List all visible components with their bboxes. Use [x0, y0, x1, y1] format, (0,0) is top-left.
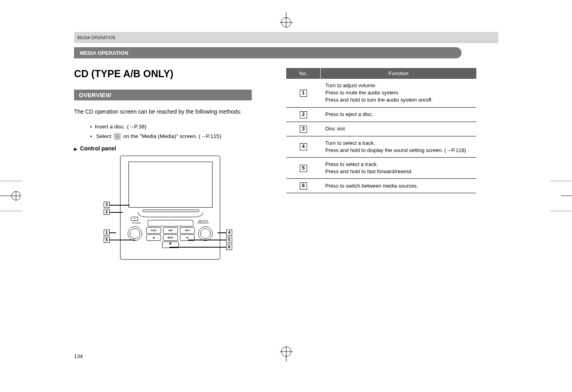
callout-3: 3	[104, 202, 110, 208]
row-func-6: Press to switch between media sources.	[321, 179, 477, 193]
table-row: 1 Turn to adjust volume. Press to mute t…	[286, 79, 476, 107]
callout-4-line	[218, 232, 227, 233]
head-unit-screen	[128, 162, 213, 208]
cd-icon	[114, 133, 121, 140]
bullet-select-cd: Select on the "Media (Media)" screen. (→…	[90, 132, 262, 141]
row-num-3: 3	[300, 126, 307, 133]
callout-5l-line	[110, 240, 135, 240]
left-column: CD (TYPE A/B ONLY) OVERVIEW The CD opera…	[74, 68, 262, 268]
disc-slot	[142, 210, 199, 212]
running-header-text: MEDIA OPERATION	[77, 36, 115, 40]
row-num-4: 4	[300, 143, 307, 150]
th-no: No.	[286, 68, 321, 79]
volume-knob-label: ᴓ/VOLUME	[132, 222, 140, 224]
eject-button-icon: ▲	[131, 217, 138, 221]
crop-mark-top	[270, 12, 302, 28]
bullet-select-pre: Select	[96, 133, 112, 139]
callout-2: 2	[104, 209, 110, 215]
page-title: CD (TYPE A/B ONLY)	[74, 68, 262, 80]
media-button: MEDIA	[163, 234, 178, 241]
button-row-1: ⌂	[146, 220, 195, 226]
page-number: 134	[74, 353, 83, 359]
callout-5r-line	[188, 240, 227, 240]
row-func-3: Disc slot	[321, 122, 477, 136]
svg-point-18	[116, 136, 118, 137]
callout-1-line	[110, 232, 116, 233]
control-panel-diagram: ▲ ᴓ/VOLUME SEEK/TRCKTUNE/SCROLL ⌂ RADIO …	[102, 156, 234, 268]
home-button: ⌂	[148, 220, 193, 226]
table-row: 2 Press to eject a disc.	[286, 107, 476, 122]
callout-5-right: 5	[226, 237, 232, 243]
bullet-list: Insert a disc. (→P.38) Select on the "Me…	[74, 122, 262, 142]
callout-4: 4	[226, 230, 232, 236]
row-num-1: 1	[300, 90, 307, 97]
row-func-4: Turn to select a track. Press and hold t…	[321, 136, 477, 157]
bullet-select-post: on the "Media (Media)" screen. (→P.115)	[123, 133, 221, 139]
radio-button: RADIO	[147, 227, 161, 234]
crop-mark-left	[0, 181, 22, 211]
apps-button: APPS	[180, 227, 195, 234]
th-function: Function	[321, 68, 477, 79]
row-func-1: Turn to adjust volume. Press to mute the…	[321, 79, 477, 107]
row-func-5: Press to select a track. Press and hold …	[321, 157, 477, 178]
right-column: No. Function 1 Turn to adjust volume. Pr…	[286, 68, 474, 268]
callout-2-line	[110, 212, 123, 212]
disc-slot-surround	[138, 212, 203, 217]
bullet-insert-disc: Insert a disc. (→P.38)	[90, 122, 262, 132]
callout-6: 6	[226, 244, 232, 250]
callout-6-line	[169, 247, 227, 247]
row-num-6: 6	[300, 182, 307, 190]
overview-subhead: OVERVIEW	[74, 90, 252, 100]
section-heading: MEDIA OPERATION	[74, 47, 462, 58]
table-row: 6 Press to switch between media sources.	[286, 179, 476, 193]
head-unit: ▲ ᴓ/VOLUME SEEK/TRCKTUNE/SCROLL ⌂ RADIO …	[120, 156, 220, 260]
control-panel-label-text: Control panel	[80, 145, 116, 152]
row-num-2: 2	[300, 111, 307, 118]
function-table: No. Function 1 Turn to adjust volume. Pr…	[286, 68, 476, 193]
button-row-2: RADIO MAP APPS	[146, 227, 195, 234]
table-row: 5 Press to select a track. Press and hol…	[286, 157, 476, 178]
intro-paragraph: The CD operation screen can be reached b…	[74, 108, 262, 116]
table-header-row: No. Function	[286, 68, 476, 79]
control-panel-label: Control panel	[74, 145, 262, 152]
running-header: MEDIA OPERATION	[74, 32, 498, 43]
overview-subhead-text: OVERVIEW	[79, 92, 111, 98]
row-func-2: Press to eject a disc.	[321, 107, 477, 122]
callout-5-left: 5	[104, 237, 110, 243]
callout-3-line	[110, 205, 130, 205]
tune-knob	[198, 226, 213, 241]
callout-1: 1	[104, 230, 110, 236]
row-num-5: 5	[300, 165, 307, 172]
map-button: MAP	[163, 227, 178, 234]
page-content: MEDIA OPERATION MEDIA OPERATION CD (TYPE…	[74, 32, 498, 360]
table-row: 4 Turn to select a track. Press and hold…	[286, 136, 476, 157]
table-row: 3 Disc slot	[286, 122, 476, 136]
volume-knob	[128, 226, 142, 241]
section-heading-text: MEDIA OPERATION	[80, 50, 128, 56]
tune-knob-label: SEEK/TRCKTUNE/SCROLL	[197, 220, 209, 224]
prev-track-button: ⏮	[147, 234, 161, 241]
crop-mark-right	[550, 181, 572, 211]
